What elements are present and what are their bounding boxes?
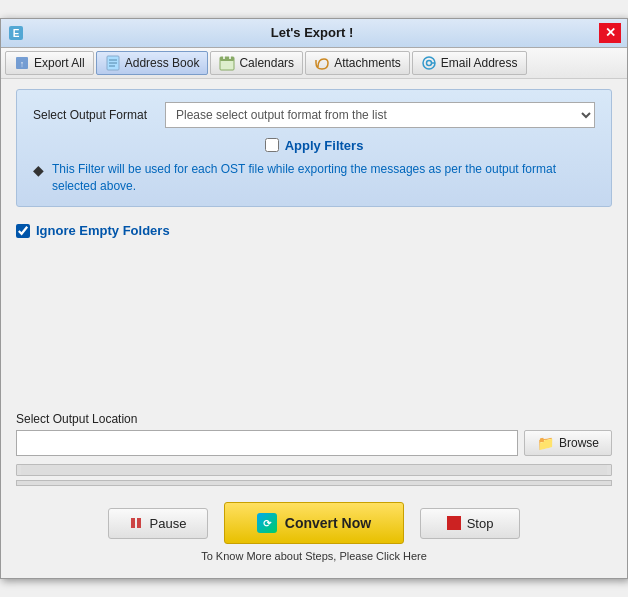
ignore-folders-label: Ignore Empty Folders <box>36 223 170 238</box>
svg-rect-9 <box>220 57 234 61</box>
ignore-folders-row: Ignore Empty Folders <box>16 217 612 244</box>
svg-text:↑: ↑ <box>20 59 25 69</box>
convert-button[interactable]: ⟳ Convert Now <box>224 502 404 544</box>
pause-icon <box>130 516 144 530</box>
calendars-icon <box>219 55 235 71</box>
email-address-icon <box>421 55 437 71</box>
browse-label: Browse <box>559 436 599 450</box>
spacer-area <box>16 244 612 404</box>
attachments-label: Attachments <box>334 56 401 70</box>
attachments-button[interactable]: Attachments <box>305 51 410 75</box>
output-section: Select Output Location 📁 Browse <box>16 412 612 456</box>
close-button[interactable]: ✕ <box>599 23 621 43</box>
pause-button[interactable]: Pause <box>108 508 208 539</box>
apply-filters-checkbox[interactable] <box>265 138 279 152</box>
address-book-label: Address Book <box>125 56 200 70</box>
progress-track <box>21 465 607 475</box>
calendars-button[interactable]: Calendars <box>210 51 303 75</box>
address-book-icon <box>105 55 121 71</box>
browse-icon: 📁 <box>537 435 554 451</box>
stop-label: Stop <box>467 516 494 531</box>
output-row: 📁 Browse <box>16 430 612 456</box>
app-icon: E <box>7 24 25 42</box>
progress-bar <box>16 464 612 476</box>
export-all-button[interactable]: ↑ Export All <box>5 51 94 75</box>
format-panel: Select Output Format Please select outpu… <box>16 89 612 208</box>
output-label: Select Output Location <box>16 412 612 426</box>
main-window: E Let's Export ! ✕ ↑ Export All <box>0 18 628 580</box>
title-bar: E Let's Export ! ✕ <box>1 19 627 48</box>
output-input[interactable] <box>16 430 518 456</box>
diamond-icon: ◆ <box>33 162 44 178</box>
progress-bar-2 <box>16 480 612 486</box>
export-all-label: Export All <box>34 56 85 70</box>
format-row: Select Output Format Please select outpu… <box>33 102 595 128</box>
toolbar: ↑ Export All Address Book <box>1 48 627 79</box>
apply-filters-label: Apply Filters <box>285 138 364 153</box>
footer-text: To Know More about Steps, Please Click H… <box>201 550 427 562</box>
email-address-label: Email Address <box>441 56 518 70</box>
convert-label: Convert Now <box>285 515 371 531</box>
footer: To Know More about Steps, Please Click H… <box>16 550 612 568</box>
calendars-label: Calendars <box>239 56 294 70</box>
ignore-folders-checkbox[interactable] <box>16 224 30 238</box>
pause-label: Pause <box>150 516 187 531</box>
window-title: Let's Export ! <box>25 25 599 40</box>
browse-button[interactable]: 📁 Browse <box>524 430 612 456</box>
stop-button[interactable]: Stop <box>420 508 520 539</box>
stop-icon <box>447 516 461 530</box>
filter-info-row: ◆ This Filter will be used for each OST … <box>33 161 595 195</box>
svg-point-13 <box>426 60 431 65</box>
apply-filters-row: Apply Filters <box>33 138 595 153</box>
main-content: Select Output Format Please select outpu… <box>1 79 627 579</box>
filter-info-text: This Filter will be used for each OST fi… <box>52 161 595 195</box>
convert-icon: ⟳ <box>257 513 277 533</box>
format-select[interactable]: Please select output format from the lis… <box>165 102 595 128</box>
format-label: Select Output Format <box>33 108 153 122</box>
svg-text:E: E <box>13 28 20 39</box>
export-all-icon: ↑ <box>14 55 30 71</box>
email-address-button[interactable]: Email Address <box>412 51 527 75</box>
attachments-icon <box>314 55 330 71</box>
bottom-buttons: Pause ⟳ Convert Now Stop <box>16 492 612 550</box>
address-book-button[interactable]: Address Book <box>96 51 209 75</box>
